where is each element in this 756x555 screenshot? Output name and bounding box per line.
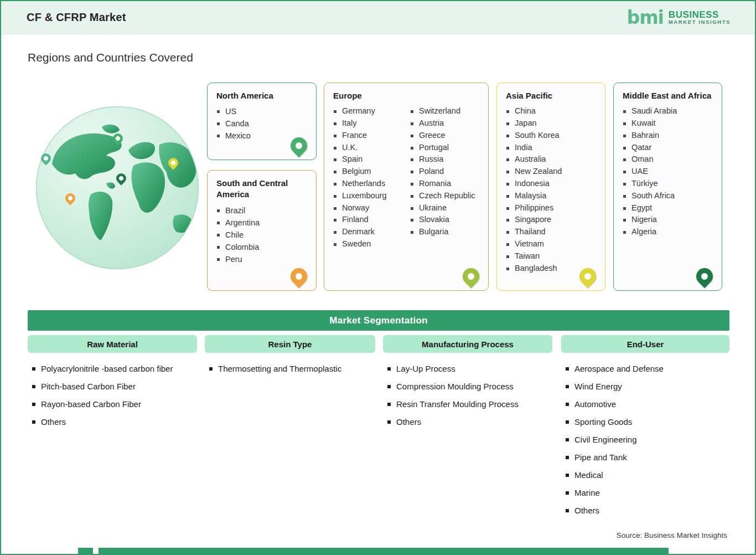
segment-item: Polyacrylonitrile -based carbon fiber [31, 360, 197, 378]
country-list: USCandaMexico [216, 105, 308, 142]
country-item: Finland [333, 214, 403, 226]
segment-item: Resin Transfer Moulding Process [386, 395, 552, 413]
country-item: Luxembourg [333, 190, 403, 202]
country-item: Czech Republic [410, 190, 480, 202]
country-item: Bahrain [623, 130, 714, 142]
country-item: Algeria [623, 226, 714, 238]
segment-item: Wind Energy [565, 378, 729, 395]
bmi-logo-text: BUSINESS MARKET INSIGHTS [669, 10, 731, 25]
segment-item: Medical [565, 466, 729, 484]
world-map [35, 106, 199, 270]
logo-line2: MARKET INSIGHTS [669, 19, 731, 25]
country-item: Sweden [333, 238, 403, 250]
country-item: Canda [216, 117, 308, 130]
segment-item: Thermosetting and Thermoplastic [208, 360, 374, 378]
page: CF & CFRP Market bmi BUSINESS MARKET INS… [0, 0, 756, 555]
country-item: Portugal [410, 142, 480, 154]
region-title: Middle East and Africa [623, 90, 714, 101]
region-card-south-central-america: South and Central America BrazilArgentin… [207, 170, 317, 291]
country-item: New Zealand [506, 166, 597, 178]
country-item: Norway [333, 202, 403, 214]
country-list: ChinaJapanSouth KoreaIndiaAustraliaNew Z… [506, 105, 597, 274]
country-item: Romania [410, 178, 480, 190]
country-item: Chile [216, 229, 308, 241]
map-pin-icon [693, 265, 716, 288]
country-item: Saudi Arabia [623, 105, 714, 117]
region-title: Europe [333, 90, 480, 101]
source-note: Source: Business Market Insights [617, 531, 727, 539]
country-item: Germany [333, 105, 403, 117]
segment-list-raw-material: Polyacrylonitrile -based carbon fiberPit… [31, 360, 197, 431]
document-title: CF & CFRP Market [27, 11, 126, 24]
segment-item: Others [31, 413, 197, 431]
region-card-north-america: North America USCandaMexico [207, 83, 317, 160]
country-item: Australia [506, 153, 597, 166]
country-item: Kuwait [623, 117, 714, 130]
segmentation-title: Market Segmentation [329, 315, 428, 326]
region-card-asia-pacific: Asia Pacific ChinaJapanSouth KoreaIndiaA… [496, 83, 605, 291]
map-pin-icon [287, 265, 310, 288]
country-item: UAE [623, 166, 714, 178]
country-item: Egypt [623, 202, 714, 214]
country-item: Slovakia [410, 214, 480, 226]
country-item: Oman [623, 153, 714, 166]
segment-header-manufacturing-process: Manufacturing Process [383, 335, 552, 353]
country-list: BrazilArgentinaChileColombiaPeru [216, 204, 308, 265]
logo-line1: BUSINESS [669, 10, 731, 20]
country-item: Spain [333, 153, 403, 166]
region-card-europe: Europe GermanyItalyFranceU.K.SpainBelgiu… [324, 83, 489, 291]
segment-item: Compression Moulding Process [386, 378, 552, 395]
country-item: India [506, 142, 597, 154]
country-item: Ukraine [410, 202, 480, 214]
country-item: Nigeria [623, 214, 714, 226]
country-item: Colombia [216, 241, 308, 253]
country-item: Peru [216, 253, 308, 265]
segment-item: Marine [565, 484, 729, 502]
country-item: Thailand [506, 226, 597, 238]
country-item: Japan [506, 117, 597, 130]
europe-country-columns: GermanyItalyFranceU.K.SpainBelgiumNether… [333, 105, 480, 250]
country-item: Taiwan [506, 250, 597, 263]
country-item: China [506, 105, 597, 117]
segment-item: Automotive [565, 395, 729, 413]
country-item: Qatar [623, 142, 714, 154]
segmentation-title-bar: Market Segmentation [28, 310, 729, 331]
footer-strip [78, 548, 93, 554]
country-item: South Africa [623, 190, 714, 202]
country-item: Poland [410, 166, 480, 178]
globe-illustration [35, 106, 199, 270]
country-item: Switzerland [410, 105, 480, 117]
segment-list-resin-type: Thermosetting and Thermoplastic [208, 360, 374, 378]
segment-header-end-user: End-User [561, 335, 729, 353]
country-item: Italy [333, 117, 403, 130]
country-item: Türkiye [623, 178, 714, 190]
country-item: Vietnam [506, 238, 597, 250]
segment-header-resin-type: Resin Type [205, 335, 375, 353]
segment-item: Others [386, 413, 552, 431]
segment-item: Pitch-based Carbon Fiber [31, 378, 197, 395]
segment-header-raw-material: Raw Material [28, 335, 197, 353]
segment-item: Sporting Goods [565, 413, 729, 431]
bmi-logo-mark-icon: bmi [627, 8, 664, 27]
country-item: Brazil [216, 204, 308, 217]
country-item: Malaysia [506, 190, 597, 202]
country-item: Netherlands [333, 178, 403, 190]
country-item: Indonesia [506, 178, 597, 190]
bmi-logo: bmi BUSINESS MARKET INSIGHTS [627, 8, 731, 27]
country-item: Russia [410, 153, 480, 166]
footer-strip [99, 548, 669, 554]
region-title: Asia Pacific [506, 90, 597, 101]
country-item: US [216, 105, 308, 117]
map-pin-icon [459, 265, 483, 288]
segment-item: Pipe and Tank [565, 449, 729, 466]
segment-item: Civil Engineering [565, 431, 729, 449]
segment-item: Others [565, 502, 729, 520]
country-item: Singapore [506, 214, 597, 226]
segment-item: Lay-Up Process [386, 360, 552, 378]
country-list: Saudi ArabiaKuwaitBahrainQatarOmanUAETür… [623, 105, 714, 238]
country-list-right: SwitzerlandAustriaGreecePortugalRussiaPo… [410, 105, 480, 250]
header-bar: CF & CFRP Market bmi BUSINESS MARKET INS… [1, 1, 755, 34]
region-title: South and Central America [216, 178, 308, 201]
segment-list-manufacturing-process: Lay-Up ProcessCompression Moulding Proce… [386, 360, 552, 431]
page-title: Regions and Countries Covered [28, 51, 193, 64]
